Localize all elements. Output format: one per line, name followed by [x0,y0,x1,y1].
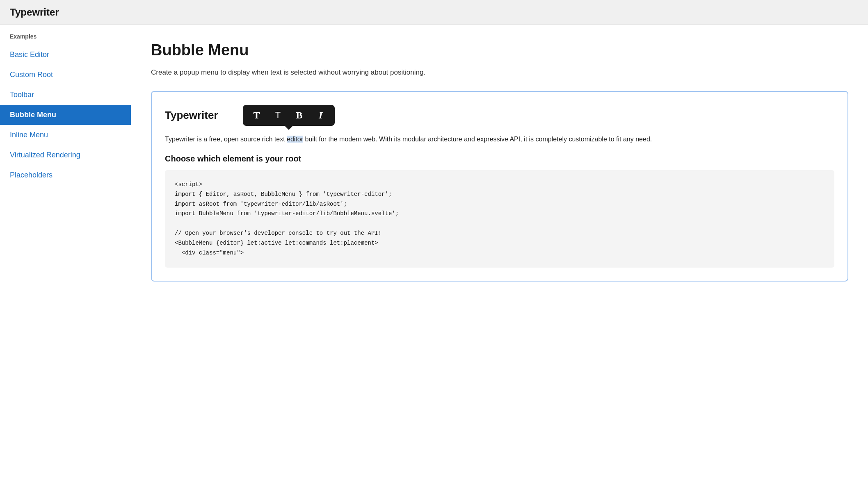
main-layout: Examples Basic Editor Custom Root Toolba… [0,25,868,477]
editor-header-row: Typewriter T T B I [165,105,834,126]
sidebar: Examples Basic Editor Custom Root Toolba… [0,25,131,477]
sidebar-item-inline-menu[interactable]: Inline Menu [0,125,131,145]
bubble-btn-serif-t[interactable]: T [249,108,264,123]
editor-body-text: Typewriter is a free, open source rich t… [165,134,834,145]
editor-demo-box: Typewriter T T B I Typewriter is a free,… [151,91,848,282]
code-line: <script> [175,180,825,190]
code-line: import BubbleMenu from 'typewriter-edito… [175,209,825,219]
sidebar-item-basic-editor[interactable]: Basic Editor [0,45,131,65]
sidebar-item-bubble-menu[interactable]: Bubble Menu [0,105,131,125]
page-title: Bubble Menu [151,41,848,59]
bubble-btn-bold[interactable]: B [292,108,307,123]
code-block: <script>import { Editor, asRoot, BubbleM… [165,170,834,268]
editor-content-title: Typewriter [165,109,218,122]
code-line: import { Editor, asRoot, BubbleMenu } fr… [175,190,825,200]
editor-section-title: Choose which element is your root [165,154,834,164]
body-text-before: Typewriter is a free, open source rich t… [165,136,287,143]
sidebar-item-virtualized-rendering[interactable]: Virtualized Rendering [0,145,131,165]
code-line [175,219,825,229]
app-title: Typewriter [10,7,59,18]
page-description: Create a popup menu to display when text… [151,67,848,78]
code-line: <BubbleMenu {editor} let:active let:comm… [175,238,825,248]
main-content: Bubble Menu Create a popup menu to displ… [131,25,868,477]
sidebar-item-custom-root[interactable]: Custom Root [0,65,131,85]
bubble-menu: T T B I [243,105,335,126]
code-line: // Open your browser's developer console… [175,229,825,238]
bubble-btn-sans-t[interactable]: T [271,108,286,122]
bubble-btn-italic[interactable]: I [313,108,328,123]
body-text-after: built for the modern web. With its modul… [303,136,652,143]
body-text-highlight: editor [287,136,303,143]
code-line: <div class="menu"> [175,248,825,258]
sidebar-item-toolbar[interactable]: Toolbar [0,85,131,105]
code-line: import asRoot from 'typewriter-editor/li… [175,200,825,209]
app-header: Typewriter [0,0,868,25]
sidebar-section-label: Examples [0,33,131,45]
sidebar-item-placeholders[interactable]: Placeholders [0,165,131,185]
